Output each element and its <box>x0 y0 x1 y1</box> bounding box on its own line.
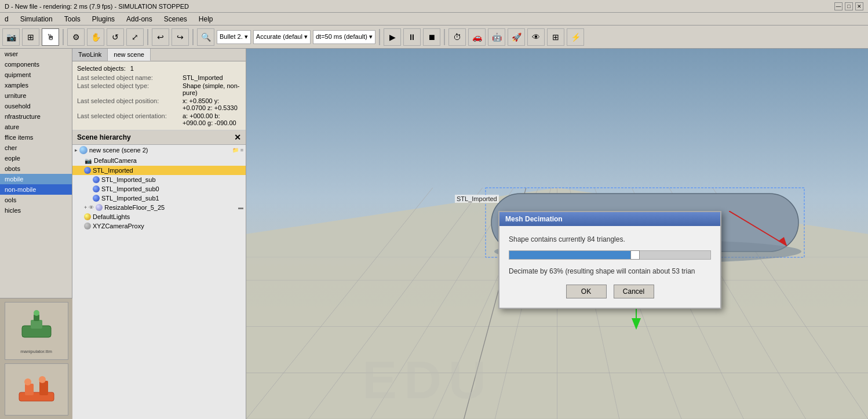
dialog-body-text: Shape contains currently 84 triangles. <box>509 235 711 243</box>
toolbar-extra-btn[interactable]: ⚡ <box>567 28 584 46</box>
sidebar-item-cher[interactable]: cher <box>0 143 72 153</box>
close-button[interactable]: ✕ <box>855 2 863 10</box>
toolbar-select-btn[interactable]: 🖱 <box>42 28 59 46</box>
sh-resizable-floor[interactable]: + 👁 ResizableFloor_5_25 ▬ <box>72 203 246 212</box>
sh-icon-stl-sub0 <box>93 185 100 192</box>
play-btn[interactable]: ▶ <box>384 28 401 46</box>
menu-item-d[interactable]: d <box>2 14 11 24</box>
info-label-type: Last selected object type: <box>77 82 181 96</box>
sidebar-item-wser[interactable]: wser <box>0 49 72 59</box>
sidebar-item-ffice-items[interactable]: ffice items <box>0 132 72 143</box>
mesh-decimation-dialog: Mesh Decimation Shape contains currently… <box>498 211 721 309</box>
toolbar-sep5 <box>444 29 445 45</box>
sidebar-item-non-mobile[interactable]: non-mobile <box>0 184 72 195</box>
menu-item-addons[interactable]: Add-ons <box>124 14 155 24</box>
dialog-ok-button[interactable]: OK <box>566 285 607 298</box>
sidebar-item-xamples[interactable]: xamples <box>0 80 72 90</box>
toolbar-scale-btn[interactable]: ⤢ <box>126 28 144 46</box>
sh-icon-folder: 📁 <box>232 147 239 153</box>
sh-label-xyz-camera: XYZCameraProxy <box>93 223 144 229</box>
toolbar-fit-btn[interactable]: ⊞ <box>22 28 39 46</box>
sh-xyz-camera[interactable]: XYZCameraProxy <box>72 221 246 231</box>
sh-default-camera[interactable]: 📷 DefaultCamera <box>72 155 246 166</box>
sidebar-item-quipment[interactable]: quipment <box>0 70 72 80</box>
toolbar-search-btn[interactable]: 🔍 <box>197 28 214 46</box>
dialog-slider-container <box>509 250 711 261</box>
maximize-button[interactable]: □ <box>845 2 853 10</box>
sidebar-item-ools[interactable]: ools <box>0 195 72 205</box>
thumb-robot2-svg <box>10 369 63 410</box>
sidebar-item-obots[interactable]: obots <box>0 163 72 174</box>
sh-stl-sub[interactable]: STL_Imported_sub <box>72 175 246 184</box>
accuracy-dropdown[interactable]: Accurate (defaul ▾ <box>253 30 311 44</box>
toolbar-obj-btn[interactable]: ⚙ <box>67 28 85 46</box>
sh-icon-floor <box>96 204 103 211</box>
sidebar-item-ature[interactable]: ature <box>0 122 72 132</box>
sidebar-item-mobile[interactable]: mobile <box>0 174 72 184</box>
tab-new-scene[interactable]: new scene <box>108 49 151 61</box>
sh-title: Scene hierarchy <box>77 133 131 141</box>
sh-stl-sub1[interactable]: STL_Imported_sub1 <box>72 194 246 203</box>
tab-twolink[interactable]: TwoLink <box>72 49 108 61</box>
toolbar-rotate-btn[interactable]: ↺ <box>107 28 124 46</box>
sh-label-floor: ResizableFloor_5_25 <box>104 204 165 211</box>
sh-icon-xyz-cam <box>84 223 91 229</box>
menu-item-help[interactable]: Help <box>196 14 216 24</box>
minimize-button[interactable]: — <box>834 2 843 10</box>
toolbar-robot-btn[interactable]: 🤖 <box>488 28 505 46</box>
decimation-slider[interactable] <box>509 250 711 260</box>
viewport[interactable]: STL_Imported EDU Mesh Decimation Shape c… <box>246 49 868 419</box>
dialog-cancel-button[interactable]: Cancel <box>614 285 654 298</box>
sh-expand-new-scene[interactable]: ▸ <box>75 147 78 153</box>
sh-stl-sub0[interactable]: STL_Imported_sub0 <box>72 184 246 194</box>
pause-btn[interactable]: ⏸ <box>403 28 421 46</box>
title-text: D - New file - rendering: 2 ms (7.9 fps)… <box>5 3 189 10</box>
svg-rect-6 <box>39 381 48 395</box>
toolbar-grid-btn[interactable]: ⊞ <box>547 28 564 46</box>
svg-point-7 <box>24 378 31 385</box>
menu-item-scenes[interactable]: Scenes <box>162 14 189 24</box>
sh-stl-imported[interactable]: STL_Imported <box>72 166 246 175</box>
stop-btn[interactable]: ⏹ <box>423 28 440 46</box>
menu-item-plugins[interactable]: Plugins <box>90 14 117 24</box>
info-value-orient: a: +000.00 b: +090.00 g: -090.00 <box>183 112 241 126</box>
toolbar-clock-btn[interactable]: ⏱ <box>448 28 466 46</box>
edu-watermark: EDU <box>362 351 493 410</box>
sh-expand-floor[interactable]: + <box>84 205 87 210</box>
sh-label-stl-sub: STL_Imported_sub <box>101 176 156 183</box>
svg-marker-31 <box>778 237 787 246</box>
thumbnail-area: manipulator.ttm <box>0 298 72 419</box>
selected-count-value: 1 <box>130 65 134 72</box>
info-grid: Last selected object name: STL_Imported … <box>77 74 241 126</box>
info-label-name: Last selected object name: <box>77 74 181 81</box>
toolbar-rocket-btn[interactable]: 🚀 <box>508 28 525 46</box>
sidebar-item-nfrastructure[interactable]: nfrastructure <box>0 111 72 122</box>
thumb-robot-svg <box>10 308 63 349</box>
toolbar-sep3 <box>192 29 194 45</box>
dt-dropdown[interactable]: dt=50 ms (default) ▾ <box>313 30 375 44</box>
titlebar-buttons: — □ ✕ <box>834 2 863 10</box>
toolbar-sep2 <box>147 29 148 45</box>
menu-item-tools[interactable]: Tools <box>62 14 83 24</box>
sh-icon-stl <box>84 167 91 174</box>
toolbar-camera-btn[interactable]: 📷 <box>2 28 20 46</box>
sidebar-item-eople[interactable]: eople <box>0 153 72 163</box>
sidebar-item-urniture[interactable]: urniture <box>0 90 72 101</box>
toolbar-move-btn[interactable]: ✋ <box>87 28 104 46</box>
toolbar-undo-btn[interactable]: ↩ <box>152 28 169 46</box>
sh-label-stl-sub1: STL_Imported_sub1 <box>101 195 159 202</box>
toolbar-car-btn[interactable]: 🚗 <box>468 28 486 46</box>
sidebar-item-hicles[interactable]: hicles <box>0 205 72 216</box>
sh-new-scene[interactable]: ▸ new scene (scene 2) 📁 ≡ <box>72 145 246 155</box>
sidebar-item-components[interactable]: components <box>0 59 72 70</box>
dialog-buttons: OK Cancel <box>509 285 711 298</box>
physics-dropdown[interactable]: Bullet 2. ▾ <box>217 30 251 44</box>
menu-item-simulation[interactable]: Simulation <box>18 14 55 24</box>
sh-default-lights[interactable]: DefaultLights <box>72 212 246 221</box>
main-area: wser components quipment xamples urnitur… <box>0 49 868 419</box>
sh-close-button[interactable]: ✕ <box>234 133 241 142</box>
toolbar-eye-btn[interactable]: 👁 <box>527 28 545 46</box>
sidebar-item-ousehold[interactable]: ousehold <box>0 101 72 111</box>
toolbar-sep1 <box>63 29 64 45</box>
toolbar-redo-btn[interactable]: ↪ <box>172 28 189 46</box>
